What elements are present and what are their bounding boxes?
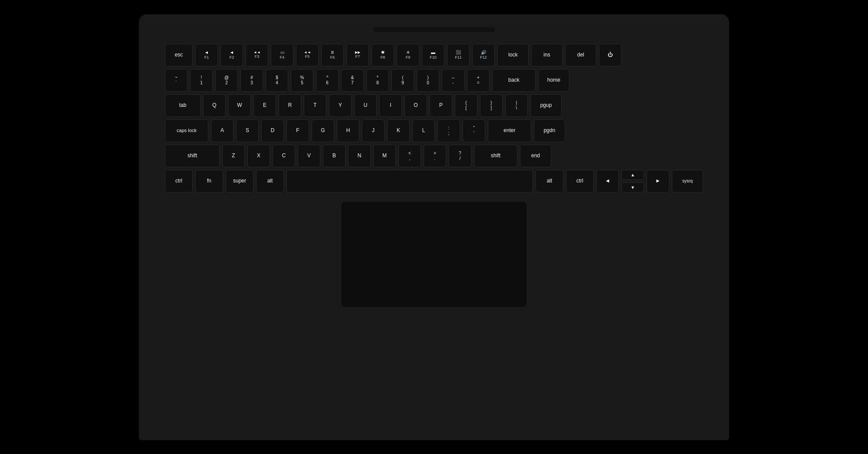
key-f8[interactable]: ✱F8 (372, 44, 394, 66)
key-m[interactable]: M (373, 145, 396, 167)
key-power[interactable]: ⏻ (599, 44, 621, 66)
number-row: ~` !1 @2 #3 $4 %5 ^6 &7 *8 (9 )0 –- += b… (165, 69, 703, 92)
key-arrow-right[interactable]: ► (647, 170, 669, 192)
key-f[interactable]: F (286, 119, 309, 142)
key-6[interactable]: ^6 (316, 69, 339, 92)
key-lock[interactable]: lock (497, 44, 529, 66)
key-fn[interactable]: fn (195, 170, 223, 192)
key-i[interactable]: I (379, 94, 402, 117)
key-u[interactable]: U (354, 94, 377, 117)
key-5[interactable]: %5 (291, 69, 313, 92)
key-v[interactable]: V (298, 145, 320, 167)
key-pgup[interactable]: pgup (530, 94, 562, 117)
key-1[interactable]: !1 (190, 69, 213, 92)
key-alt-left[interactable]: alt (256, 170, 284, 192)
zxcv-row: shift Z X C V B N M <, >. ?/ shift end (165, 145, 703, 167)
key-f6[interactable]: ⏸F6 (321, 44, 344, 66)
key-space[interactable] (286, 170, 533, 192)
key-2[interactable]: @2 (215, 69, 238, 92)
key-f11[interactable]: ⬛F11 (447, 44, 470, 66)
key-end[interactable]: end (520, 145, 551, 167)
key-n[interactable]: N (348, 145, 371, 167)
key-tab[interactable]: tab (165, 94, 201, 117)
key-del[interactable]: del (565, 44, 596, 66)
key-pgdn[interactable]: pgdn (534, 119, 565, 142)
touchpad[interactable] (341, 201, 527, 308)
key-arrow-down[interactable]: ▼ (621, 182, 644, 192)
key-back[interactable]: back (492, 69, 536, 92)
key-l[interactable]: L (412, 119, 435, 142)
touchpad-wrapper (165, 201, 703, 308)
key-quote[interactable]: "' (463, 119, 485, 142)
key-b[interactable]: B (323, 145, 345, 167)
laptop-body: esc ◄F1 ◄F2 ◄◄F3 ▭F4 ◄◄F5 ⏸F6 ▶▶F7 ✱F8 ✳… (139, 14, 729, 440)
key-9[interactable]: (9 (391, 69, 414, 92)
key-e[interactable]: E (253, 94, 276, 117)
key-j[interactable]: J (362, 119, 385, 142)
key-ctrl-right[interactable]: ctrl (566, 170, 594, 192)
hinge-bar (373, 27, 495, 32)
key-g[interactable]: G (312, 119, 334, 142)
key-f12[interactable]: 🔊F12 (472, 44, 495, 66)
bottom-row: ctrl fn super alt alt ctrl ◄ ▲ ▼ ► sysrq (165, 170, 703, 192)
key-f2[interactable]: ◄F2 (220, 44, 243, 66)
key-o[interactable]: O (404, 94, 427, 117)
key-p[interactable]: P (430, 94, 452, 117)
key-3[interactable]: #3 (240, 69, 263, 92)
qwerty-row: tab Q W E R T Y U I O P {[ }] |\ pgup (165, 94, 703, 117)
key-c[interactable]: C (273, 145, 295, 167)
key-t[interactable]: T (304, 94, 326, 117)
key-slash[interactable]: ?/ (449, 145, 471, 167)
key-f5[interactable]: ◄◄F5 (296, 44, 319, 66)
key-y[interactable]: Y (329, 94, 352, 117)
key-shift-left[interactable]: shift (165, 145, 220, 167)
key-h[interactable]: H (337, 119, 359, 142)
key-alt-right[interactable]: alt (536, 170, 563, 192)
key-period[interactable]: >. (424, 145, 446, 167)
key-arrow-up[interactable]: ▲ (621, 170, 644, 180)
key-f3[interactable]: ◄◄F3 (246, 44, 268, 66)
key-sysrq[interactable]: sysrq (672, 170, 703, 192)
key-8[interactable]: *8 (366, 69, 389, 92)
key-q[interactable]: Q (203, 94, 226, 117)
key-f9[interactable]: ✳F9 (397, 44, 419, 66)
key-lbracket[interactable]: {[ (455, 94, 477, 117)
key-x[interactable]: X (247, 145, 270, 167)
key-rbracket[interactable]: }] (480, 94, 503, 117)
key-enter[interactable]: enter (488, 119, 531, 142)
asdf-row: caps lock A S D F G H J K L :; "' enter … (165, 119, 703, 142)
key-semicolon[interactable]: :; (437, 119, 460, 142)
key-a[interactable]: A (211, 119, 233, 142)
key-k[interactable]: K (387, 119, 410, 142)
key-super[interactable]: super (226, 170, 253, 192)
key-shift-right[interactable]: shift (474, 145, 517, 167)
key-r[interactable]: R (279, 94, 301, 117)
function-row: esc ◄F1 ◄F2 ◄◄F3 ▭F4 ◄◄F5 ⏸F6 ▶▶F7 ✱F8 ✳… (165, 44, 703, 66)
key-home[interactable]: home (538, 69, 569, 92)
arrow-up-down-stack: ▲ ▼ (621, 170, 644, 192)
key-s[interactable]: S (236, 119, 259, 142)
key-equals[interactable]: += (467, 69, 490, 92)
key-esc[interactable]: esc (165, 44, 193, 66)
key-0[interactable]: )0 (417, 69, 439, 92)
key-tilde[interactable]: ~` (165, 69, 187, 92)
key-f7[interactable]: ▶▶F7 (346, 44, 369, 66)
key-comma[interactable]: <, (398, 145, 421, 167)
key-4[interactable]: $4 (266, 69, 288, 92)
key-f10[interactable]: ▬F10 (422, 44, 444, 66)
key-f4[interactable]: ▭F4 (271, 44, 293, 66)
key-f1[interactable]: ◄F1 (195, 44, 218, 66)
key-arrow-left[interactable]: ◄ (596, 170, 619, 192)
key-z[interactable]: Z (222, 145, 245, 167)
keyboard-area: esc ◄F1 ◄F2 ◄◄F3 ▭F4 ◄◄F5 ⏸F6 ▶▶F7 ✱F8 ✳… (165, 44, 703, 192)
key-caps-lock[interactable]: caps lock (165, 119, 208, 142)
key-d[interactable]: D (261, 119, 284, 142)
key-ins[interactable]: ins (531, 44, 562, 66)
key-7[interactable]: &7 (341, 69, 364, 92)
key-ctrl-left[interactable]: ctrl (165, 170, 193, 192)
key-backslash[interactable]: |\ (505, 94, 528, 117)
key-w[interactable]: W (228, 94, 251, 117)
key-minus[interactable]: –- (442, 69, 464, 92)
